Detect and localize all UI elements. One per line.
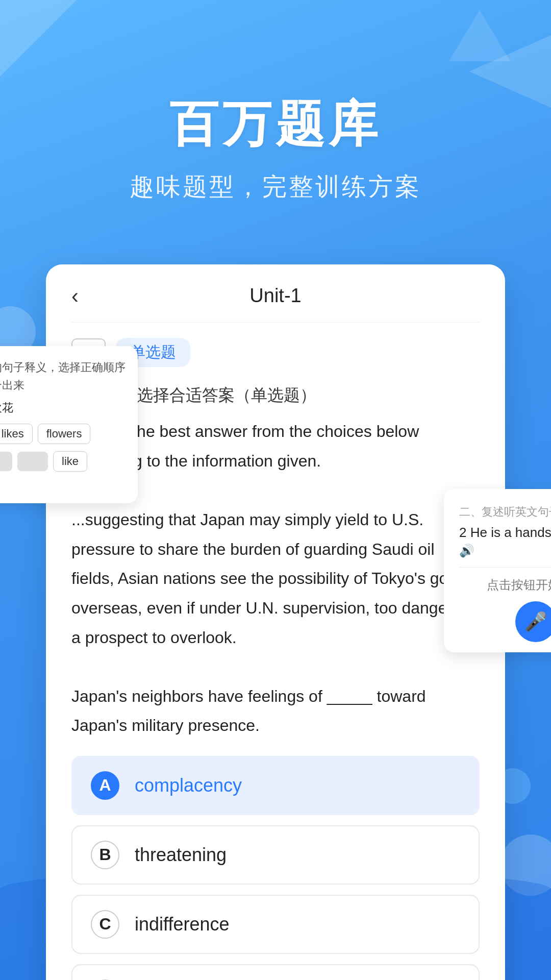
blank-2 — [0, 452, 12, 471]
blank-3 — [17, 452, 48, 471]
choice-a-letter: A — [91, 771, 119, 800]
blank-row: like — [0, 451, 126, 472]
sub-title: 趣味题型，完整训练方案 — [0, 170, 551, 203]
choice-b-text: threatening — [135, 844, 227, 866]
word-chip-like[interactable]: like — [53, 451, 87, 472]
choice-b[interactable]: B threatening — [71, 825, 480, 885]
overlay-left-subtitle: 1 Jane喜欢花 — [0, 400, 126, 415]
back-button[interactable]: ‹ — [71, 284, 79, 308]
main-card: 根据给出的句子释义，选择正确顺序把句子组合出来 1 Jane喜欢花 Jane l… — [46, 264, 505, 980]
question-stem: Japan's neighbors have feelings of _____… — [71, 687, 426, 735]
microphone-icon: 🎤 — [524, 611, 547, 632]
overlay-audio-repeat: 二、复述听英文句子 2 He is a handsome 🔊 点击按钮开始录音 … — [444, 489, 551, 652]
word-chip-flowers[interactable]: flowers — [38, 424, 91, 444]
overlay-right-label: 二、复述听英文句子 — [459, 504, 551, 520]
mic-button[interactable]: 🎤 — [515, 601, 551, 642]
choice-c-text: indifference — [135, 914, 229, 935]
choice-c[interactable]: C indifference — [71, 895, 480, 954]
word-chip-likes[interactable]: likes — [0, 424, 33, 444]
choice-a[interactable]: A complacency — [71, 756, 480, 815]
choice-c-letter: C — [91, 910, 119, 939]
body-text: ...suggesting that Japan may simply yiel… — [71, 505, 480, 652]
header-section: 百万题库 趣味题型，完整训练方案 — [0, 0, 551, 234]
overlay-sentence-arrangement: 根据给出的句子释义，选择正确顺序把句子组合出来 1 Jane喜欢花 Jane l… — [0, 346, 138, 503]
word-chips-row: Jane likes flowers — [0, 424, 126, 444]
speaker-icon[interactable]: 🔊 — [459, 544, 551, 558]
overlay-right-sentence: 2 He is a handsome — [459, 525, 551, 541]
card-title: Unit-1 — [249, 285, 301, 307]
choice-b-letter: B — [91, 841, 119, 869]
record-hint: 点击按钮开始录音 — [459, 577, 551, 593]
main-title: 百万题库 — [0, 92, 551, 158]
answer-choices: A complacency B threatening C indifferen… — [71, 756, 480, 980]
card-header: ‹ Unit-1 — [71, 285, 480, 323]
divider — [459, 567, 551, 568]
choice-d[interactable]: D — [71, 964, 480, 980]
background: 百万题库 趣味题型，完整训练方案 根据给出的句子释义，选择正确顺序把句子组合出来… — [0, 0, 551, 980]
overlay-left-title: 根据给出的句子释义，选择正确顺序把句子组合出来 — [0, 358, 126, 394]
choice-a-text: complacency — [135, 775, 242, 796]
